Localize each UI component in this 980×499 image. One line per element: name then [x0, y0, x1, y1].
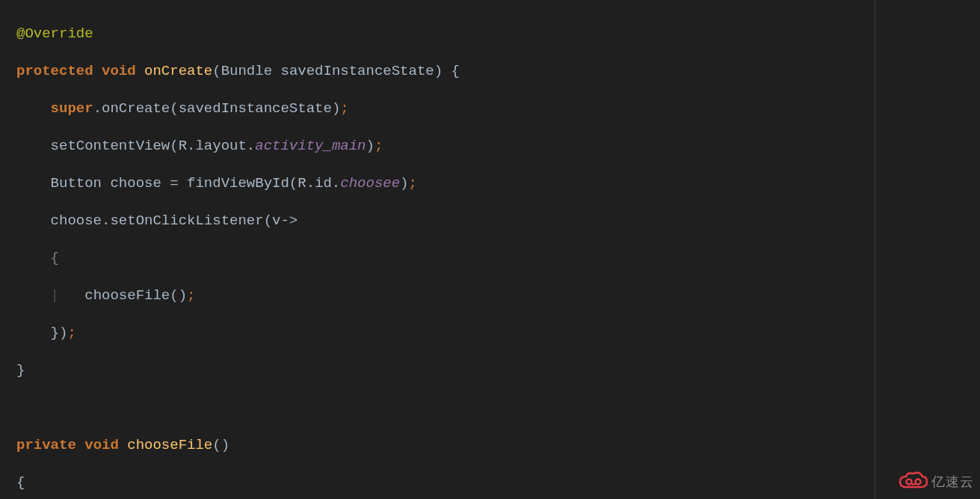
- code-line: {: [16, 474, 980, 492]
- code-line: private void chooseFile(): [16, 436, 980, 455]
- code-line: | chooseFile();: [16, 287, 980, 305]
- code-line-empty: [16, 399, 980, 417]
- watermark-text: 亿速云: [931, 473, 974, 492]
- annotation: @Override: [16, 25, 93, 42]
- code-line: super.onCreate(savedInstanceState);: [16, 100, 980, 118]
- watermark-logo: 亿速云: [897, 471, 974, 493]
- svg-point-1: [916, 480, 921, 485]
- code-line: setContentView(R.layout.activity_main);: [16, 137, 980, 156]
- code-line: }: [16, 361, 980, 380]
- code-line: protected void onCreate(Bundle savedInst…: [16, 62, 980, 81]
- code-line: Button choose = findViewById(R.id.choose…: [16, 174, 980, 193]
- svg-point-0: [907, 480, 912, 485]
- code-line: });: [16, 324, 980, 343]
- right-margin-line: [875, 0, 875, 499]
- code-line: @Override: [16, 25, 980, 43]
- code-line: {: [16, 249, 980, 268]
- indent-guide: |: [51, 287, 59, 304]
- cloud-icon: [897, 471, 928, 493]
- code-line: choose.setOnClickListener(v->: [16, 212, 980, 230]
- code-editor[interactable]: @Override protected void onCreate(Bundle…: [0, 0, 980, 499]
